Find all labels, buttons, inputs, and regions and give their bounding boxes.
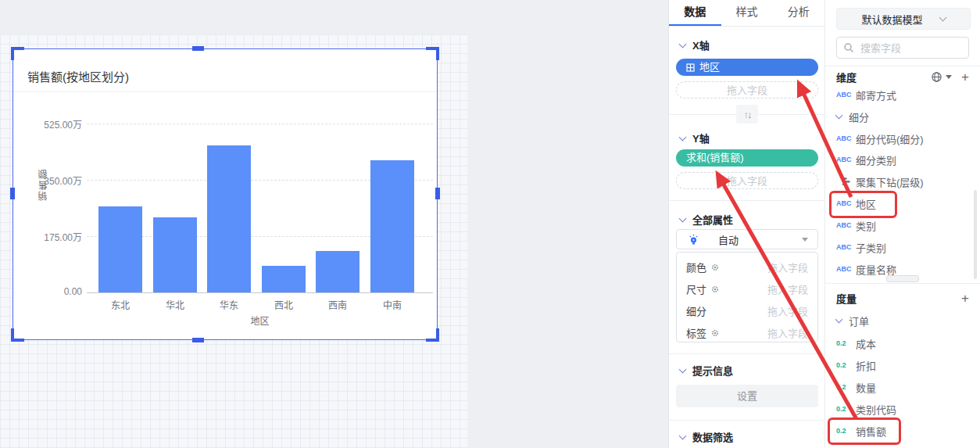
gear-icon[interactable] bbox=[711, 329, 719, 337]
search-icon bbox=[843, 42, 854, 53]
sort-toggle[interactable]: ↑ ↓ bbox=[736, 105, 758, 124]
x-axis-tick: 西南 bbox=[310, 298, 365, 311]
config-panel: 数据 样式 分析 X轴 地区 拖入字段 ↑ ↓ Y轴 求和(销售额) 拖入字段 bbox=[668, 0, 824, 448]
chevron-down-icon bbox=[679, 365, 687, 373]
text-field-icon: ABC bbox=[836, 91, 856, 99]
x-axis-section-header[interactable]: X轴 bbox=[680, 38, 710, 52]
resize-handle-top[interactable] bbox=[192, 46, 204, 51]
property-row-color[interactable]: 颜色 拖入字段 bbox=[677, 256, 817, 278]
y-axis-field-chip[interactable]: 求和(销售额) bbox=[676, 149, 818, 167]
chevron-down-icon bbox=[679, 432, 687, 439]
x-axis-dropzone[interactable]: 拖入字段 bbox=[676, 81, 818, 99]
dimensions-header: 维度 + bbox=[825, 66, 980, 88]
add-measure-button[interactable]: + bbox=[961, 293, 969, 304]
bi-dashboard-editor: 销售额(按地区划分) 销售额 525.00万350.00万175.00万0.00… bbox=[0, 0, 980, 448]
measures-header: 度量 + bbox=[825, 288, 980, 309]
measure-group-orders[interactable]: 订单 bbox=[825, 310, 980, 332]
bar-中南 bbox=[370, 160, 414, 292]
gear-icon[interactable] bbox=[711, 263, 719, 271]
section-divider bbox=[669, 200, 824, 201]
y-axis-section-header[interactable]: Y轴 bbox=[680, 131, 710, 145]
field-panel: 默认数据模型 维度 + ABC 邮寄方式 细分 ABC 细分代码(细 bbox=[824, 0, 980, 448]
resize-handle-top-left[interactable] bbox=[11, 47, 24, 60]
x-axis-title: 地区 bbox=[87, 314, 433, 327]
active-tab-indicator bbox=[669, 24, 721, 26]
y-axis-tick: 175.00万 bbox=[32, 230, 82, 243]
dimension-item[interactable]: ABC 细分类别 bbox=[825, 149, 980, 170]
x-axis-tick: 中南 bbox=[365, 298, 420, 311]
section-divider bbox=[825, 283, 980, 284]
config-tabs: 数据 样式 分析 bbox=[669, 0, 824, 27]
x-axis-tick: 华北 bbox=[148, 298, 202, 311]
resize-handle-bottom-left[interactable] bbox=[11, 328, 24, 342]
tab-analysis[interactable]: 分析 bbox=[773, 0, 824, 26]
property-row-size[interactable]: 尺寸 拖入字段 bbox=[677, 278, 817, 300]
property-row-label[interactable]: 标签 拖入字段 bbox=[677, 321, 817, 344]
tab-data[interactable]: 数据 bbox=[669, 0, 721, 26]
all-properties-section-header[interactable]: 全部属性 bbox=[680, 212, 733, 227]
data-filter-section-header[interactable]: 数据筛选 bbox=[680, 429, 733, 444]
title-divider bbox=[13, 91, 437, 92]
tooltip-section-header[interactable]: 提示信息 bbox=[680, 363, 733, 378]
numeric-field-icon: 0.2 bbox=[836, 361, 856, 369]
resize-handle-bottom-right[interactable] bbox=[426, 328, 439, 342]
add-dimension-button[interactable]: + bbox=[961, 72, 969, 83]
grid-field-icon bbox=[686, 63, 695, 72]
property-row-subdivide[interactable]: 细分 拖入字段 bbox=[677, 299, 817, 322]
data-model-selector[interactable]: 默认数据模型 bbox=[836, 8, 971, 30]
field-search-box[interactable] bbox=[836, 37, 969, 59]
chart-widget[interactable]: 销售额(按地区划分) 销售额 525.00万350.00万175.00万0.00… bbox=[13, 48, 438, 340]
property-rows-box: 颜色 拖入字段 尺寸 拖入字段 细分 拖入字段 标签 拖入字段 bbox=[676, 252, 818, 342]
numeric-field-icon: 0.2 bbox=[836, 405, 856, 413]
text-field-icon: ABC bbox=[836, 221, 856, 229]
gear-icon[interactable] bbox=[711, 285, 719, 293]
y-axis-tick: 525.00万 bbox=[32, 117, 82, 131]
bar-西北 bbox=[262, 266, 306, 292]
y-axis-tick: 350.00万 bbox=[32, 174, 82, 187]
chevron-down-icon bbox=[835, 112, 843, 120]
chevron-down-icon bbox=[679, 40, 687, 48]
lightbulb-icon bbox=[688, 234, 699, 246]
resize-handle-top-right[interactable] bbox=[426, 47, 439, 60]
y-axis-tick: 0.00 bbox=[32, 286, 82, 297]
drill-hierarchy-icon bbox=[836, 177, 856, 186]
section-divider bbox=[669, 420, 824, 421]
text-field-icon: ABC bbox=[836, 243, 856, 251]
x-axis-field-chip[interactable]: 地区 bbox=[676, 59, 818, 76]
measure-item[interactable]: 0.2 类别代码 bbox=[825, 398, 980, 420]
text-field-icon: ABC bbox=[836, 134, 856, 142]
bar-华北 bbox=[153, 217, 197, 292]
x-axis-tick: 华东 bbox=[202, 298, 256, 311]
numeric-field-icon: 0.2 bbox=[836, 339, 856, 347]
chevron-down-icon bbox=[835, 316, 843, 324]
vertical-scrollbar[interactable] bbox=[974, 190, 977, 279]
horizontal-scrollbar[interactable] bbox=[886, 275, 919, 282]
tab-style[interactable]: 样式 bbox=[721, 0, 772, 26]
numeric-field-icon: 0.2 bbox=[836, 383, 856, 391]
bar-西南 bbox=[316, 251, 359, 292]
auto-mode-dropdown[interactable]: 自动 bbox=[676, 229, 818, 249]
dimension-item[interactable]: ABC 子类别 bbox=[825, 236, 980, 258]
dimension-group-segment[interactable]: 细分 bbox=[825, 106, 980, 127]
globe-icon[interactable] bbox=[931, 71, 942, 83]
resize-handle-right[interactable] bbox=[435, 188, 440, 199]
x-axis-tick: 东北 bbox=[93, 298, 148, 311]
tooltip-settings-button[interactable]: 设置 bbox=[676, 385, 818, 407]
resize-handle-left[interactable] bbox=[10, 188, 15, 199]
measure-item[interactable]: 0.2 折扣 bbox=[825, 354, 980, 376]
dimension-item-drill[interactable]: 聚集下钻(层级) bbox=[825, 170, 980, 192]
chevron-down-icon bbox=[679, 214, 687, 222]
text-field-icon: ABC bbox=[836, 265, 856, 273]
chart-title: 销售额(按地区划分) bbox=[27, 68, 129, 84]
resize-handle-bottom[interactable] bbox=[192, 338, 204, 342]
y-axis-dropzone[interactable]: 拖入字段 bbox=[676, 172, 818, 189]
y-gridline bbox=[87, 292, 433, 293]
dimension-item[interactable]: ABC 细分代码(细分) bbox=[825, 127, 980, 149]
measure-item[interactable]: 0.2 成本 bbox=[825, 332, 980, 354]
measure-item[interactable]: 0.2 数量 bbox=[825, 376, 980, 398]
caret-down-icon[interactable] bbox=[946, 75, 952, 79]
search-input[interactable] bbox=[859, 41, 956, 55]
chevron-down-icon bbox=[939, 14, 946, 22]
section-divider bbox=[669, 353, 824, 354]
sort-down-icon: ↓ bbox=[747, 109, 751, 120]
